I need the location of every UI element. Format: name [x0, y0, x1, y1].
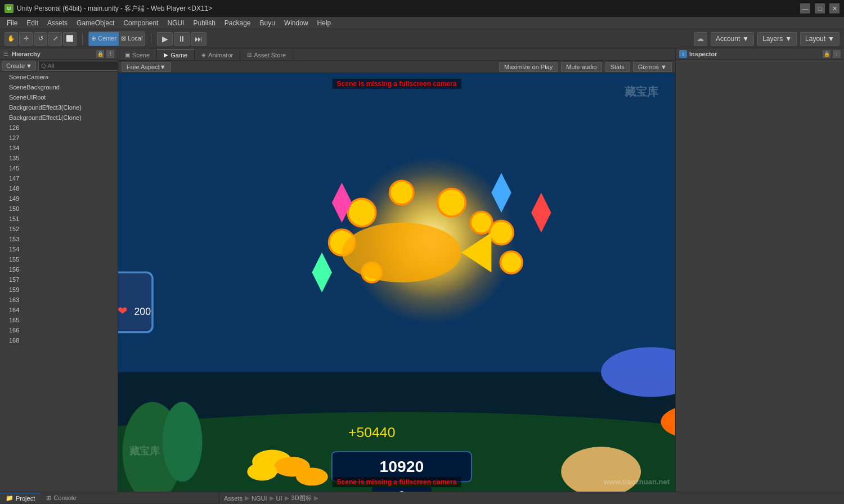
hierarchy-item-127[interactable]: 127	[0, 133, 118, 143]
step-button[interactable]: ⏭	[191, 32, 206, 46]
hierarchy-item-145[interactable]: 145	[0, 163, 118, 173]
hierarchy-item-sceneuiroot[interactable]: SceneUIRoot	[0, 92, 118, 102]
layout-dropdown[interactable]: Layout ▼	[800, 32, 839, 46]
tab-animator[interactable]: ◈ Animator	[195, 49, 240, 60]
hierarchy-item-163[interactable]: 163	[0, 295, 118, 305]
hierarchy-item-148[interactable]: 148	[0, 183, 118, 194]
hierarchy-item-scenecamera[interactable]: SceneCamera	[0, 72, 118, 82]
tab-game[interactable]: ▶ Game	[157, 49, 195, 60]
svg-point-10	[390, 181, 414, 205]
maximize-play-button[interactable]: Maximize on Play	[499, 62, 558, 72]
game-tab-label: Game	[170, 52, 187, 58]
hierarchy-item-159[interactable]: 159	[0, 285, 118, 295]
aspect-dropdown[interactable]: Free Aspect ▼	[122, 62, 171, 72]
hand-tool[interactable]: ✋	[5, 32, 18, 46]
menu-gameobject[interactable]: GameObject	[72, 18, 119, 28]
create-chevron-icon: ▼	[26, 62, 32, 69]
account-dropdown[interactable]: Account ▼	[711, 32, 754, 46]
hierarchy-create-button[interactable]: Create ▼	[2, 61, 36, 71]
project-tab-label: Project	[16, 495, 35, 502]
tab-scene[interactable]: ▣ Scene	[118, 49, 157, 60]
inspector-menu-button[interactable]: ⋮	[833, 50, 841, 58]
center-tabs: ▣ Scene ▶ Game ◈ Animator ⊟ Asset Store	[118, 48, 675, 61]
hierarchy-item-135[interactable]: 135	[0, 153, 118, 163]
breadcrumb-ui[interactable]: UI	[276, 495, 282, 502]
move-tool[interactable]: ✛	[19, 32, 33, 46]
tab-console[interactable]: ⊞ Console	[41, 493, 82, 503]
menu-ngui[interactable]: NGUI	[163, 18, 188, 28]
breadcrumb-3dicons[interactable]: 3D图标	[291, 494, 312, 502]
title-bar: U Unity Personal (64bit) - main.unity - …	[0, 0, 844, 17]
pause-button[interactable]: ⏸	[174, 32, 190, 46]
game-content: VIP 特权 充值 暴风 锁定 解锁 2 倍炮 解锁 ❤ 200	[118, 73, 675, 492]
mute-audio-button[interactable]: Mute audio	[561, 62, 601, 72]
hierarchy-lock-button[interactable]: 🔒	[96, 50, 104, 58]
hierarchy-item-bgeffect3[interactable]: BackgroundEffect3(Clone)	[0, 102, 118, 112]
hierarchy-item-165[interactable]: 165	[0, 315, 118, 325]
menu-publish[interactable]: Publish	[188, 18, 219, 28]
bottom-area: 📁 Project ⊞ Console Create ▼ 📁 Logo 📁 Ma…	[0, 492, 844, 504]
hierarchy-item-164[interactable]: 164	[0, 305, 118, 315]
hierarchy-title: Hierarchy	[12, 51, 41, 57]
rotate-tool[interactable]: ↺	[34, 32, 47, 46]
svg-point-4	[163, 402, 203, 482]
hierarchy-item-154[interactable]: 154	[0, 244, 118, 254]
layers-chevron-icon: ▼	[785, 35, 792, 43]
center-button[interactable]: ⊕ Center	[89, 32, 119, 46]
cloud-button[interactable]: ☁	[694, 32, 707, 46]
menu-assets[interactable]: Assets	[43, 18, 72, 28]
layers-dropdown[interactable]: Layers ▼	[757, 32, 797, 46]
menu-component[interactable]: Component	[119, 18, 163, 28]
inspector-lock-button[interactable]: 🔒	[823, 50, 830, 58]
hierarchy-item-156[interactable]: 156	[0, 264, 118, 274]
stats-button[interactable]: Stats	[605, 62, 630, 72]
aspect-chevron-icon: ▼	[160, 64, 166, 70]
gizmos-button[interactable]: Gizmos ▼	[633, 62, 672, 72]
maximize-button[interactable]: □	[815, 3, 825, 14]
menu-buyu[interactable]: Buyu	[255, 18, 280, 28]
hierarchy-item-152[interactable]: 152	[0, 224, 118, 234]
window-controls: — □ ✕	[800, 3, 839, 14]
console-tab-label: Console	[53, 494, 76, 501]
inspector-controls: 🔒 ⋮	[823, 50, 841, 58]
play-button[interactable]: ▶	[157, 32, 173, 46]
hierarchy-item-153[interactable]: 153	[0, 234, 118, 244]
hierarchy-search[interactable]	[38, 61, 122, 71]
hierarchy-item-155[interactable]: 155	[0, 254, 118, 264]
hierarchy-item-126[interactable]: 126	[0, 123, 118, 133]
animator-tab-label: Animator	[208, 52, 233, 58]
menu-help[interactable]: Help	[313, 18, 336, 28]
breadcrumb-ngui[interactable]: NGUI	[252, 495, 267, 502]
menu-edit[interactable]: Edit	[22, 18, 43, 28]
tab-project[interactable]: 📁 Project	[0, 493, 41, 503]
hierarchy-item-147[interactable]: 147	[0, 173, 118, 183]
hierarchy-item-scenebackground[interactable]: SceneBackground	[0, 82, 118, 92]
tab-asset-store[interactable]: ⊟ Asset Store	[240, 49, 293, 60]
menu-window[interactable]: Window	[280, 18, 313, 28]
hierarchy-item-166[interactable]: 166	[0, 325, 118, 335]
close-button[interactable]: ✕	[829, 3, 839, 14]
inspector-icon: i	[679, 50, 687, 58]
menu-package[interactable]: Package	[220, 18, 255, 28]
scale-tool[interactable]: ⤢	[48, 32, 62, 46]
minimize-button[interactable]: —	[800, 3, 810, 14]
hierarchy-item-134[interactable]: 134	[0, 143, 118, 153]
menu-file[interactable]: File	[2, 18, 22, 28]
hierarchy-item-bgeffect1[interactable]: BackgroundEffect1(Clone)	[0, 112, 118, 123]
project-tabs: 📁 Project ⊞ Console	[0, 492, 219, 503]
hierarchy-item-151[interactable]: 151	[0, 214, 118, 224]
hierarchy-item-150[interactable]: 150	[0, 204, 118, 214]
hierarchy-menu-button[interactable]: ⋮	[106, 50, 114, 58]
scene-tab-icon: ▣	[125, 52, 130, 58]
rect-tool[interactable]: ⬜	[63, 32, 77, 46]
hierarchy-create-row: Create ▼	[0, 60, 118, 72]
window-title: Unity Personal (64bit) - main.unity - 客户…	[17, 4, 800, 14]
svg-point-25	[247, 463, 277, 481]
breadcrumb-assets[interactable]: Assets	[224, 495, 243, 502]
hierarchy-item-149[interactable]: 149	[0, 194, 118, 204]
hierarchy-item-157[interactable]: 157	[0, 274, 118, 285]
hierarchy-item-168[interactable]: 168	[0, 335, 118, 345]
local-button[interactable]: ⊠ Local	[119, 32, 145, 46]
project-tab-icon: 📁	[6, 494, 14, 502]
layout-chevron-icon: ▼	[828, 35, 834, 43]
